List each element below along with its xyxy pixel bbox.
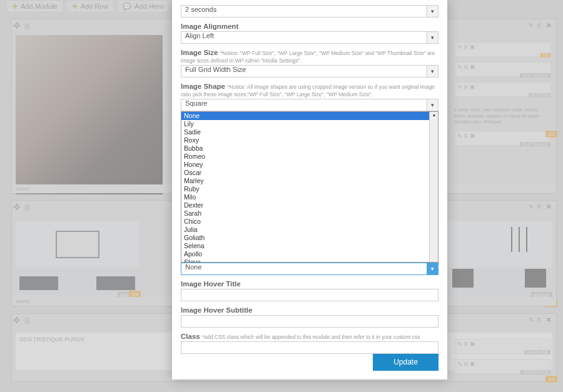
move-icon: ✥ — [13, 21, 21, 31]
dropdown-option[interactable]: Honey — [181, 161, 438, 169]
image-alignment-label: Image Alignment — [181, 23, 439, 30]
chevron-down-icon: ▾ — [427, 263, 438, 274]
align-value: Align Left — [185, 32, 214, 39]
dropdown-option[interactable]: Sarah — [181, 209, 438, 218]
headline-tag: HEADLINE — [525, 350, 550, 354]
dropdown-option[interactable]: Lily — [181, 120, 438, 128]
add-row-label: Add Row — [81, 3, 109, 10]
add-module-button[interactable]: ✚Add Module — [6, 0, 63, 13]
col-badge: 1/1 — [545, 376, 557, 383]
dropdown-option[interactable]: Romeo — [181, 153, 438, 161]
module-card[interactable]: ✎ ⎘ ✖1/2 — [454, 42, 551, 57]
hover-subtitle-input[interactable] — [181, 315, 439, 328]
tools-icon: ✎ ⎘ ✖ — [457, 84, 475, 91]
hover-effect-value: None — [185, 263, 201, 271]
module-card[interactable]: ✎ ⎘ ✖TEXT BLOCK — [454, 62, 551, 77]
drag-handle[interactable]: ✥⫼ — [13, 315, 32, 325]
dropdown-option[interactable]: Milo — [181, 193, 438, 201]
image-module-right[interactable]: IMAGE — [446, 221, 552, 299]
pencil-icon[interactable]: ✎ — [529, 316, 536, 324]
trash-icon[interactable]: ✖ — [546, 316, 554, 324]
add-module-label: Add Module — [21, 3, 58, 10]
image-size-note: *Notice: "WP Full Size", "WP Large Size"… — [181, 50, 435, 64]
image-size-label: Image Size *Notice: "WP Full Size", "WP … — [181, 49, 439, 64]
class-label: Class *add CSS class which will be appen… — [181, 333, 439, 340]
dropdown-option[interactable]: Steve — [181, 258, 438, 263]
pencil-icon[interactable]: ✎ — [529, 203, 536, 211]
dropdown-option[interactable]: Ruby — [181, 185, 438, 193]
drag-handle[interactable]: ✥⫼ — [13, 21, 32, 31]
scroll-up-icon[interactable]: ▴ — [430, 112, 438, 119]
class-note: *add CSS class which will be appended to… — [202, 334, 420, 340]
class-input[interactable] — [181, 341, 439, 354]
duration-select[interactable]: 2 seconds▾ — [181, 5, 439, 18]
module-card[interactable]: ✎ ⎘ ✖SEPARATOR — [454, 359, 551, 374]
tools-icon: ✎ ⎘ ✖ — [457, 64, 475, 71]
chevron-down-icon: ▾ — [427, 6, 438, 17]
hover-title-label: Image Hover Title — [181, 280, 439, 288]
add-hero-button[interactable]: 💬Add Hero — [117, 0, 169, 13]
dropdown-option[interactable]: Julia — [181, 226, 438, 234]
image-module-left[interactable]: IMAGE — [16, 221, 139, 299]
text-block-tag: TEXT BLOCK — [520, 142, 550, 146]
dropdown-option[interactable]: Roxy — [181, 136, 438, 144]
trash-icon[interactable]: ✖ — [546, 203, 554, 211]
section-tools[interactable]: ✎⎘✖ — [529, 203, 554, 211]
col-badge: 1/2 — [545, 131, 557, 138]
duration-value: 2 seconds — [185, 6, 216, 13]
text-block-tag: TEXT BLOCK — [520, 73, 550, 78]
hover-subtitle-label: Image Hover Subtitle — [181, 306, 439, 314]
dropdown-option[interactable]: Goliath — [181, 234, 438, 242]
move-icon: ✥ — [13, 202, 21, 212]
dropdown-option[interactable]: Chico — [181, 218, 438, 226]
tools-icon: ✎ ⎘ ✖ — [457, 341, 475, 348]
col-tag: 1/2 — [540, 53, 550, 58]
add-hero-label: Add Hero — [134, 3, 163, 10]
hero-image[interactable] — [16, 35, 163, 194]
tools-icon: ✎ ⎘ ✖ — [457, 44, 475, 51]
hover-effect-select[interactable]: None▾ — [181, 263, 439, 275]
module-card[interactable]: ✎ ⎘ ✖BUTTON — [454, 82, 551, 97]
image-alignment-select[interactable]: Align Left▾ — [181, 31, 439, 44]
tools-icon: ✎ ⎘ ✖ — [457, 361, 475, 368]
dropdown-option[interactable]: Apollo — [181, 250, 438, 258]
module-card[interactable]: ✎ ⎘ ✖TEXT BLOCK — [454, 131, 551, 146]
dropdown-option[interactable]: Selena — [181, 242, 438, 250]
dropdown-option[interactable]: Sadie — [181, 128, 438, 136]
copy-icon[interactable]: ⎘ — [537, 22, 545, 29]
image-size-select[interactable]: Full Grid Width Size▾ — [181, 65, 439, 78]
shape-value: Square — [185, 99, 207, 107]
add-row-button[interactable]: ✚Add Row — [66, 0, 114, 13]
pencil-icon[interactable]: ✎ — [529, 22, 536, 29]
chevron-down-icon: ▾ — [427, 99, 438, 111]
hover-title-input[interactable] — [181, 289, 439, 301]
image-shape-select[interactable]: Square▾ — [181, 99, 439, 111]
button-tag: BUTTON — [529, 93, 550, 98]
copy-icon[interactable]: ⎘ — [537, 203, 545, 211]
dropdown-option[interactable]: Marley — [181, 177, 438, 185]
image-shape-label: Image Shape *Notice: All image shapes ar… — [181, 83, 439, 98]
scrollbar[interactable]: ▴ — [429, 112, 438, 262]
section-tools[interactable]: ✎⎘✖ — [529, 22, 554, 29]
chevron-down-icon: ▾ — [427, 32, 438, 43]
plus-icon: ✚ — [12, 3, 18, 11]
chevron-down-icon: ▾ — [427, 66, 438, 77]
dropdown-option[interactable]: Oscar — [181, 169, 438, 177]
image-settings-modal: 2 seconds▾ Image Alignment Align Left▾ I… — [172, 0, 447, 379]
plus-icon: ✚ — [72, 3, 78, 11]
columns-icon: ⫼ — [23, 315, 32, 325]
dropdown-option[interactable]: Dexter — [181, 201, 438, 209]
dropdown-option[interactable]: Bubba — [181, 144, 438, 153]
dropdown-option[interactable]: None — [181, 112, 438, 120]
module-card[interactable]: ✎ ⎘ ✖HEADLINE — [454, 339, 551, 354]
columns-icon: ⫼ — [23, 202, 32, 212]
move-icon: ✥ — [13, 315, 21, 325]
hover-effect-dropdown-list[interactable]: ▴ NoneLilySadieRoxyBubbaRomeoHoneyOscarM… — [181, 111, 439, 263]
update-button[interactable]: Update — [373, 354, 439, 371]
size-value: Full Grid Width Size — [185, 66, 246, 73]
copy-icon[interactable]: ⎘ — [537, 316, 545, 324]
drag-handle[interactable]: ✥⫼ — [13, 202, 32, 212]
trash-icon[interactable]: ✖ — [546, 22, 554, 29]
lorem-text: s urna nunc, sed dapibus nulla. tricies … — [454, 107, 551, 125]
section-tools[interactable]: ✎⎘✖ — [529, 316, 554, 324]
